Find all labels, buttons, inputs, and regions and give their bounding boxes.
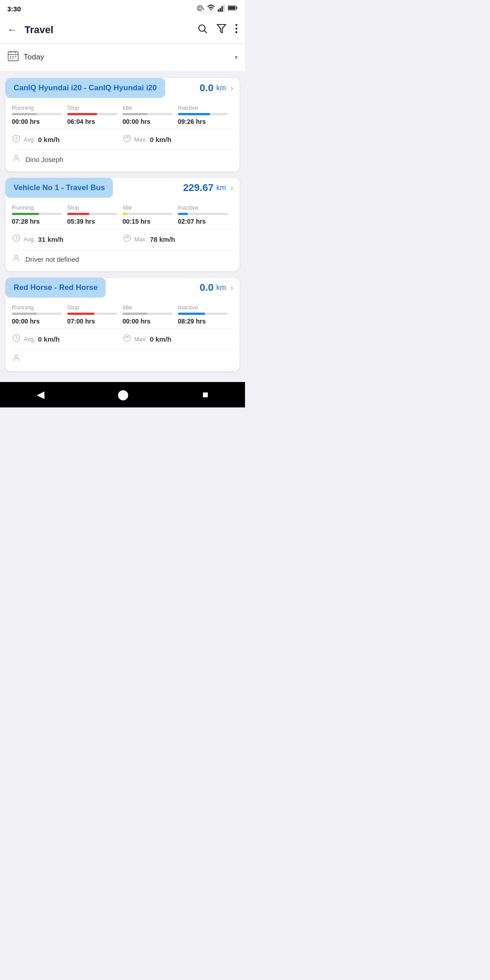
card-2-chevron: › bbox=[230, 183, 233, 193]
vehicle-card-3[interactable]: Red Horse - Red Horse 0.0 km › Running 0… bbox=[5, 278, 240, 371]
filter-icon[interactable] bbox=[216, 23, 227, 37]
max-speed-icon-3 bbox=[122, 333, 132, 345]
stat-inactive-value-2: 02:07 hrs bbox=[178, 218, 233, 225]
stat-idle-value-2: 00:15 hrs bbox=[122, 218, 178, 225]
stat-running-bar-2 bbox=[12, 213, 39, 215]
stat-inactive-label-3: Inactive bbox=[178, 304, 233, 311]
svg-rect-4 bbox=[223, 5, 225, 12]
page-title: Travel bbox=[24, 24, 197, 36]
card-1-vehicle-name: CanIQ Hyundai i20 - CanIQ Hyundai i20 bbox=[14, 83, 157, 92]
stat-running-2: Running 07:28 hrs bbox=[12, 204, 67, 225]
card-2-header: Vehicle No 1 - Travel Bus 229.67 km › bbox=[5, 178, 240, 198]
nav-recents-button[interactable]: ■ bbox=[189, 384, 222, 405]
card-1-name-pill: CanIQ Hyundai i20 - CanIQ Hyundai i20 bbox=[5, 78, 165, 98]
stat-idle-bar-track-2 bbox=[122, 213, 172, 215]
svg-rect-2 bbox=[220, 8, 221, 12]
calendar-icon bbox=[7, 50, 19, 64]
svg-point-30 bbox=[15, 255, 18, 258]
max-label-3: Max. bbox=[134, 336, 147, 343]
stat-stop-label-3: Stop bbox=[67, 304, 122, 311]
stat-idle-2: Idle 00:15 hrs bbox=[122, 204, 178, 225]
search-icon[interactable] bbox=[197, 23, 208, 37]
driver-icon-3 bbox=[12, 353, 21, 365]
driver-icon-1 bbox=[12, 154, 21, 165]
date-filter-bar[interactable]: Today ▾ bbox=[0, 44, 245, 71]
stat-stop-2: Stop 05:39 hrs bbox=[67, 204, 122, 225]
vehicle-card-1[interactable]: CanIQ Hyundai i20 - CanIQ Hyundai i20 0.… bbox=[5, 78, 240, 172]
card-1-distance: 0.0 km › bbox=[200, 82, 233, 94]
battery-icon bbox=[228, 5, 238, 12]
status-time: 3:30 bbox=[7, 5, 21, 13]
card-3-header: Red Horse - Red Horse 0.0 km › bbox=[5, 278, 240, 298]
max-speed-icon-2 bbox=[122, 234, 132, 245]
card-2-distance: 229.67 km › bbox=[183, 182, 233, 194]
bottom-nav: ◀ ⬤ ■ bbox=[0, 382, 245, 407]
svg-rect-3 bbox=[221, 6, 223, 12]
card-3-distance-value: 0.0 bbox=[200, 282, 214, 294]
svg-rect-20 bbox=[15, 56, 16, 57]
stat-stop-value-2: 05:39 hrs bbox=[67, 218, 122, 225]
stat-idle-bar-2 bbox=[122, 213, 127, 215]
card-1-driver: Dino Joseph bbox=[5, 150, 240, 172]
svg-rect-22 bbox=[13, 58, 14, 59]
stat-running-label-2: Running bbox=[12, 204, 67, 211]
card-2-name-pill: Vehicle No 1 - Travel Bus bbox=[5, 178, 113, 198]
nav-home-button[interactable]: ⬤ bbox=[104, 384, 142, 405]
card-2-avg-speed: Avg. 31 km/h bbox=[12, 234, 122, 245]
max-value-1: 0 km/h bbox=[150, 136, 172, 143]
stat-running-bar-track-1 bbox=[12, 113, 62, 115]
more-options-icon[interactable] bbox=[235, 23, 238, 37]
app-bar: ← Travel bbox=[0, 16, 245, 44]
svg-point-11 bbox=[235, 24, 237, 25]
stat-inactive-bar-track-3 bbox=[178, 313, 228, 315]
avg-label-3: Avg. bbox=[24, 336, 35, 343]
card-3-max-speed: Max. 0 km/h bbox=[122, 333, 233, 345]
stat-stop-label-1: Stop bbox=[67, 104, 122, 111]
stat-running-value-1: 00:00 hrs bbox=[12, 118, 67, 125]
stat-idle-bar-3 bbox=[122, 313, 147, 315]
svg-point-0 bbox=[199, 7, 201, 10]
stat-stop-bar-track-3 bbox=[67, 313, 117, 315]
stat-inactive-bar-3 bbox=[178, 313, 205, 315]
app-bar-actions bbox=[197, 23, 238, 37]
stat-stop-value-3: 07:00 hrs bbox=[67, 318, 122, 325]
stat-idle-label-1: Idle bbox=[122, 104, 178, 111]
stat-inactive-bar-track-1 bbox=[178, 113, 228, 115]
card-3-distance: 0.0 km › bbox=[200, 282, 233, 294]
card-3-avg-speed: Avg. 0 km/h bbox=[12, 333, 122, 345]
avg-label-2: Avg. bbox=[24, 236, 35, 243]
stat-inactive-1: Inactive 09:26 hrs bbox=[178, 104, 233, 125]
stat-inactive-value-3: 08:29 hrs bbox=[178, 318, 233, 325]
stat-running-label-3: Running bbox=[12, 304, 67, 311]
card-3-distance-unit: km bbox=[216, 284, 226, 292]
nav-back-button[interactable]: ◀ bbox=[23, 384, 58, 405]
card-2-vehicle-name: Vehicle No 1 - Travel Bus bbox=[14, 183, 105, 192]
stat-idle-value-1: 00:00 hrs bbox=[122, 118, 178, 125]
max-speed-icon-1 bbox=[122, 134, 132, 145]
avg-speed-icon-2 bbox=[12, 234, 21, 245]
stat-inactive-value-1: 09:26 hrs bbox=[178, 118, 233, 125]
avg-speed-icon-3 bbox=[12, 333, 21, 345]
card-1-chevron: › bbox=[230, 83, 233, 93]
stat-running-bar-track-2 bbox=[12, 213, 62, 215]
chevron-down-icon: ▾ bbox=[235, 54, 238, 61]
back-button[interactable]: ← bbox=[7, 24, 17, 36]
vehicle-card-2[interactable]: Vehicle No 1 - Travel Bus 229.67 km › Ru… bbox=[5, 178, 240, 271]
card-3-chevron: › bbox=[230, 283, 233, 293]
svg-point-12 bbox=[235, 27, 237, 29]
stat-stop-bar-1 bbox=[67, 113, 97, 115]
card-2-distance-value: 229.67 bbox=[183, 182, 213, 194]
stat-idle-3: Idle 00:00 hrs bbox=[122, 304, 178, 325]
avg-label-1: Avg. bbox=[24, 136, 35, 143]
card-3-name-pill: Red Horse - Red Horse bbox=[5, 278, 106, 298]
stat-idle-bar-track-3 bbox=[122, 313, 172, 315]
svg-line-25 bbox=[127, 137, 128, 139]
avg-value-2: 31 km/h bbox=[38, 235, 64, 243]
stat-inactive-bar-2 bbox=[178, 213, 188, 215]
svg-point-34 bbox=[15, 355, 18, 358]
svg-rect-1 bbox=[218, 9, 219, 12]
stat-idle-bar-1 bbox=[122, 113, 147, 115]
max-value-2: 78 km/h bbox=[150, 235, 175, 243]
avg-value-3: 0 km/h bbox=[38, 335, 60, 343]
stat-idle-label-2: Idle bbox=[122, 204, 178, 211]
